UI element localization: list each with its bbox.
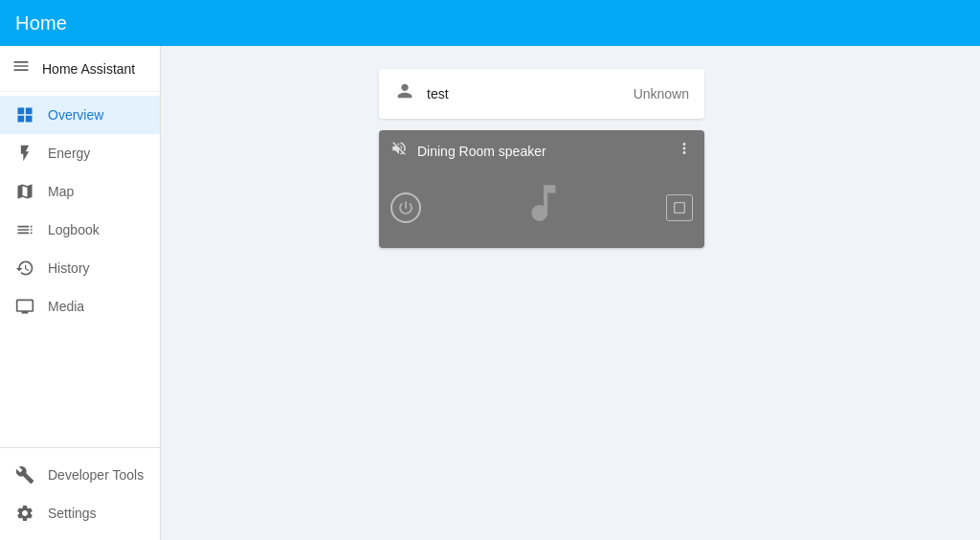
sidebar-label-history: History — [48, 260, 145, 276]
sidebar-label-settings: Settings — [48, 506, 145, 521]
media-card-title: Dining Room speaker — [417, 144, 666, 159]
sidebar-item-media[interactable]: Media — [0, 287, 160, 326]
map-icon — [15, 182, 34, 201]
sidebar: Home Assistant Overview Energy — [0, 46, 161, 540]
sidebar-nav: Overview Energy Map — [0, 92, 160, 447]
media-card-body — [379, 171, 704, 248]
media-player-card: Dining Room speaker — [379, 130, 704, 248]
sidebar-item-map[interactable]: Map — [0, 172, 160, 211]
overview-icon — [15, 105, 34, 124]
topbar-title: Home — [15, 12, 67, 34]
sidebar-item-settings[interactable]: Settings — [0, 494, 160, 532]
topbar: Home — [0, 0, 980, 46]
main-content: test Unknown Dining Room speaker — [161, 46, 980, 540]
person-card: test Unknown — [379, 69, 704, 119]
history-icon — [15, 259, 34, 278]
menu-icon[interactable] — [11, 56, 31, 80]
media-icon — [15, 297, 34, 316]
developer-tools-icon — [15, 465, 34, 484]
sidebar-label-logbook: Logbook — [48, 222, 145, 237]
power-button[interactable] — [390, 192, 421, 223]
settings-icon — [15, 504, 34, 523]
album-art-area — [421, 179, 666, 236]
sidebar-item-developer-tools[interactable]: Developer Tools — [0, 456, 160, 494]
layout: Home Assistant Overview Energy — [0, 46, 980, 540]
person-name: test — [427, 86, 622, 101]
sidebar-label-map: Map — [48, 184, 145, 199]
sidebar-bottom: Developer Tools Settings — [0, 447, 160, 540]
app-title: Home Assistant — [42, 61, 135, 77]
sidebar-item-logbook[interactable]: Logbook — [0, 211, 160, 249]
energy-icon — [15, 144, 34, 163]
sidebar-label-energy: Energy — [48, 146, 145, 161]
expand-button[interactable] — [666, 194, 693, 221]
media-card-header: Dining Room speaker — [379, 130, 704, 171]
person-status: Unknown — [634, 86, 689, 101]
mute-icon — [390, 140, 408, 162]
cards-area: test Unknown Dining Room speaker — [379, 69, 762, 248]
music-note-icon — [520, 179, 568, 236]
person-icon — [394, 80, 415, 107]
sidebar-label-overview: Overview — [48, 107, 145, 123]
sidebar-label-developer-tools: Developer Tools — [48, 467, 145, 483]
logbook-icon — [15, 220, 34, 239]
sidebar-item-overview[interactable]: Overview — [0, 96, 160, 134]
sidebar-item-energy[interactable]: Energy — [0, 134, 160, 172]
sidebar-header: Home Assistant — [0, 46, 160, 92]
sidebar-item-history[interactable]: History — [0, 249, 160, 287]
sidebar-label-media: Media — [48, 299, 145, 314]
more-options-icon[interactable] — [676, 140, 693, 162]
